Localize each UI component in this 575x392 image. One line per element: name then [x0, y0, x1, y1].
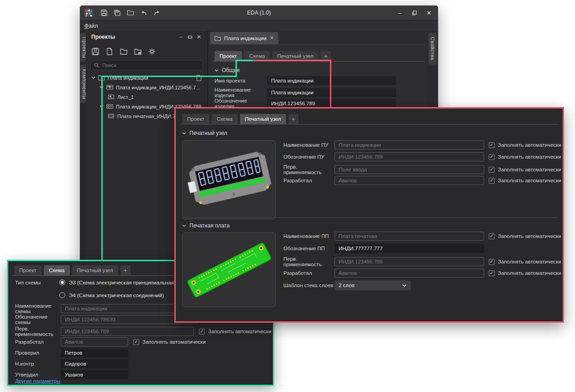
- board-icon: [108, 113, 115, 119]
- save-icon[interactable]: [100, 9, 108, 16]
- field-row: Перв. применяемость Поле ввода Заполнять…: [283, 164, 561, 175]
- pink-callout-line: [253, 60, 331, 61]
- maximize-button[interactable]: [407, 5, 422, 20]
- board-developer-input[interactable]: Авилов: [335, 268, 484, 278]
- field-label: Утвердил: [15, 372, 61, 377]
- board-first-use-input[interactable]: ИНДИ.123456.789: [335, 257, 484, 266]
- save-project-icon[interactable]: [91, 47, 99, 56]
- autofill-checkbox[interactable]: [489, 142, 495, 148]
- autofill-checkbox[interactable]: [489, 270, 495, 276]
- section-pcb-assembly-label: Печатный узел: [189, 130, 227, 136]
- autofill-checkbox[interactable]: [199, 329, 205, 335]
- field-row: Перв. применяемость ИНДИ.123456.789 Запо…: [283, 256, 561, 267]
- schematic-file-icon: [106, 84, 113, 90]
- autofill-label: Заполнять автоматически: [498, 142, 561, 148]
- field-row: Проверил Петров: [15, 348, 128, 357]
- projects-toolbar: [86, 43, 207, 59]
- radio-e4-label: Э4 (Схема электрическая соединений): [69, 293, 164, 298]
- titlebar: EDA (1.0) – ✕: [80, 5, 438, 20]
- redo-icon[interactable]: [153, 9, 161, 16]
- other-parameters-link[interactable]: Другие параметры: [15, 378, 60, 384]
- close-icon[interactable]: ✕: [270, 35, 274, 41]
- field-label: Наименование схемы: [15, 303, 61, 314]
- document-tab-label: Плата индикации: [224, 36, 267, 41]
- pcb-file-icon: [106, 103, 113, 109]
- autofill-checkbox[interactable]: [489, 233, 495, 239]
- chevron-down-icon: [182, 224, 186, 227]
- panel-pin-icon[interactable]: [185, 33, 194, 41]
- board-name-input[interactable]: Плата печатная: [335, 232, 484, 241]
- new-folder-icon[interactable]: [120, 47, 128, 56]
- radio-e3[interactable]: [59, 279, 65, 285]
- chevron-down-icon[interactable]: [91, 76, 95, 79]
- field-row: Разработал Авилов Заполнять автоматическ…: [283, 176, 561, 185]
- norm-control-input[interactable]: Сидоров: [61, 359, 128, 368]
- field-label: Разработал: [283, 178, 335, 183]
- green-callout-line: [101, 76, 237, 77]
- autofill-label: Заполнять автоматически: [142, 339, 206, 345]
- assembly-designation-input[interactable]: ИНДИ.123456.789: [335, 152, 484, 161]
- sidebar-tab-properties[interactable]: Свойства: [429, 33, 437, 64]
- minimize-button[interactable]: –: [392, 5, 407, 20]
- field-label: Наименование ПП: [283, 233, 335, 239]
- first-use-input[interactable]: ИНДИ.123456.789: [61, 327, 194, 336]
- assembly-name-input[interactable]: Плата индикации: [335, 140, 484, 150]
- close-button[interactable]: ✕: [422, 5, 436, 20]
- field-label: Перв. применяемость: [283, 256, 335, 267]
- field-label: Наименование ПУ: [283, 142, 335, 148]
- tab-pcb[interactable]: Печатный узел: [240, 114, 287, 124]
- section-pcb-assembly[interactable]: Печатный узел: [182, 130, 227, 136]
- search-icon: [94, 62, 99, 68]
- tab-project[interactable]: Проект: [14, 265, 42, 275]
- approved-by-input[interactable]: Ушаков: [61, 370, 128, 379]
- product-name-input[interactable]: Плата индикации: [267, 88, 396, 97]
- new-file-icon[interactable]: [105, 47, 114, 56]
- tab-schema[interactable]: Схема: [44, 265, 70, 275]
- tree-label: Плата индикации_ИНДИ.123456.7...: [116, 85, 200, 90]
- checked-by-input[interactable]: Петров: [61, 348, 128, 357]
- menu-file[interactable]: Файл: [80, 23, 103, 29]
- assembly-developer-input[interactable]: Авилов: [335, 176, 484, 185]
- autofill-checkbox[interactable]: [489, 154, 495, 160]
- section-common-label: Общие: [222, 67, 240, 73]
- tab-schema[interactable]: Схема: [212, 114, 238, 124]
- green-callout-line: [235, 60, 237, 77]
- field-label: Разработал: [283, 270, 335, 276]
- tab-pcb[interactable]: Печатный узел: [72, 265, 119, 275]
- autofill-label: Заполнять автоматически: [498, 167, 561, 172]
- autofill-label: Заполнять автоматически: [208, 329, 272, 334]
- radio-e4[interactable]: [59, 292, 65, 298]
- open-folder-icon[interactable]: [127, 9, 134, 16]
- tree-row-project-root[interactable]: Плата индикации: [86, 73, 207, 83]
- search-input[interactable]: Поиск: [90, 60, 203, 70]
- board-designation-input[interactable]: ИНДИ.777777.777: [335, 244, 484, 253]
- autofill-checkbox[interactable]: [133, 339, 139, 345]
- field-row: Обозначение ПП ИНДИ.777777.777: [283, 244, 484, 253]
- assembly-first-use-input[interactable]: Поле ввода: [335, 165, 484, 174]
- tab-project[interactable]: Проект: [182, 114, 209, 124]
- tree-row-schematic-doc[interactable]: Плата индикации_ИНДИ.123456.7...: [86, 83, 207, 92]
- tab-add[interactable]: +: [288, 114, 298, 124]
- folder-settings-icon[interactable]: [134, 47, 142, 56]
- autofill-checkbox[interactable]: [489, 167, 495, 173]
- panel-minimize-button[interactable]: –: [176, 33, 185, 41]
- autofill-checkbox[interactable]: [489, 259, 495, 265]
- project-name-input[interactable]: Плата индикации: [267, 76, 396, 85]
- product-designation-input[interactable]: ИНДИ.123456.789: [267, 99, 396, 108]
- developer-input[interactable]: Авилов: [61, 337, 128, 346]
- tab-add[interactable]: +: [120, 265, 131, 275]
- panel-close-icon[interactable]: ✕: [194, 33, 204, 41]
- autofill-label: Заполнять автоматически: [498, 233, 561, 239]
- layer-stack-dropdown[interactable]: 2 слоя: [335, 280, 411, 290]
- section-pcb-board[interactable]: Печатная плата: [182, 222, 230, 229]
- undo-icon[interactable]: [140, 9, 147, 16]
- gear-icon[interactable]: [148, 47, 156, 56]
- green-callout-line: [101, 76, 103, 261]
- tree-row-sheet[interactable]: Лист_1: [86, 92, 207, 102]
- sheet-icon: [108, 94, 115, 100]
- save-all-icon[interactable]: [114, 9, 121, 16]
- green-callout-line: [235, 60, 253, 61]
- document-tab[interactable]: Плата индикации ✕: [210, 32, 278, 44]
- pcb-view-panel: Проект Схема Печатный узел + Печатный уз…: [174, 107, 564, 323]
- autofill-checkbox[interactable]: [489, 178, 495, 184]
